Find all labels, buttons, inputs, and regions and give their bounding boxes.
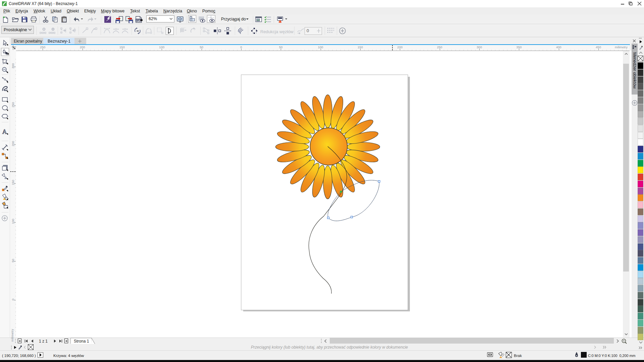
- svg-text:A: A: [2, 128, 7, 135]
- svg-text:PDF: PDF: [136, 19, 141, 21]
